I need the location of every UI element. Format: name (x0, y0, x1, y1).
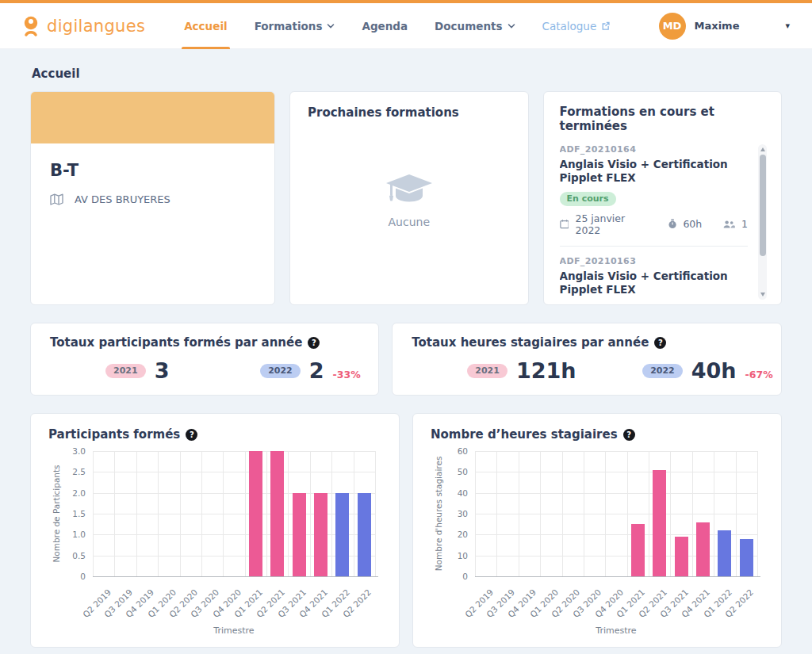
main-content: Accueil B-T AV DES BRUYERES Prochaines f… (0, 49, 812, 654)
gridline (475, 556, 757, 556)
stopwatch-icon (668, 219, 676, 229)
stat-card: Totaux heures stagiaires par année? 2021… (392, 323, 782, 396)
formations-card-title: Formations en cours et terminées (560, 105, 768, 133)
gridline (692, 451, 693, 576)
stat-delta: -33% (333, 369, 361, 381)
user-menu[interactable]: MD Maxime (659, 13, 740, 40)
bar-Q4-2021 (696, 522, 710, 576)
nav-item-formations[interactable]: Formations (241, 3, 349, 49)
stats-row: Totaux participants formés par année? 20… (30, 323, 782, 396)
y-axis-title: Nombre d'heures stagiaires (434, 457, 443, 572)
formation-hours: 60h (683, 218, 702, 230)
y-tick-label: 0 (431, 572, 468, 581)
avatar[interactable]: MD (659, 13, 686, 40)
gridline (245, 451, 246, 576)
stat-title: Totaux heures stagiaires par année (412, 335, 649, 350)
stat-title: Totaux participants formés par année (50, 335, 302, 350)
stat-value-2022: 40h (691, 360, 737, 381)
bar-Q3-2021 (675, 537, 688, 576)
formations-scrollbar[interactable] (758, 144, 767, 300)
digilangues-logo-icon (21, 15, 41, 36)
bar-Q1-2021 (249, 451, 262, 576)
participants-chart-card: Participants formés? 3.02.52.01.51.00.50… (30, 413, 400, 648)
y-axis-title: Nombre de Participants (52, 465, 61, 562)
help-icon[interactable]: ? (186, 429, 197, 441)
gridline (649, 451, 649, 576)
year-badge-2021: 2021 (105, 364, 146, 378)
hours-chart-card: Nombre d’heures stagiaires? 605040302010… (412, 413, 782, 648)
formation-title: Anglais Visio + Certification Pipplet FL… (560, 158, 749, 185)
upcoming-card-title: Prochaines formations (308, 105, 511, 120)
gridline (475, 451, 476, 576)
year-badge-2022: 2022 (642, 364, 683, 378)
scrollbar-thumb[interactable] (760, 155, 766, 256)
bar-Q4-2021 (314, 493, 327, 576)
list-divider (560, 246, 749, 247)
formation-ref: ADF_20210164 (560, 144, 749, 155)
brand-name: digilangues (47, 17, 145, 36)
gridline (354, 451, 354, 576)
chevron-down-icon (327, 22, 335, 30)
charts-row: Participants formés? 3.02.52.01.51.00.50… (30, 413, 782, 648)
formation-item[interactable]: ADF_20210164 Anglais Visio + Certificati… (560, 144, 749, 236)
gridline (180, 451, 181, 576)
bar-Q2-2021 (270, 451, 284, 576)
x-axis-title: Trimestre (475, 625, 757, 636)
scroll-down-icon[interactable] (760, 293, 765, 296)
help-icon[interactable]: ? (623, 429, 635, 441)
formation-date: 25 janvier 2022 (575, 212, 647, 236)
help-icon[interactable]: ? (654, 337, 666, 349)
gridline (475, 472, 757, 472)
stat-value-2021: 121h (516, 360, 576, 381)
year-badge-2021: 2021 (467, 364, 508, 378)
page-title: Accueil (32, 67, 782, 81)
nav-item-label: Formations (255, 20, 323, 33)
hours-chart-title: Nombre d’heures stagiaires (431, 427, 618, 442)
gridline (714, 451, 714, 576)
nav-item-agenda[interactable]: Agenda (348, 3, 421, 49)
gridline (562, 451, 563, 576)
gridline (136, 451, 137, 576)
x-axis-line (93, 576, 378, 577)
external-link-icon (601, 21, 610, 30)
nav-item-accueil[interactable]: Accueil (170, 3, 240, 49)
profile-banner (31, 92, 274, 143)
top-cards-row: B-T AV DES BRUYERES Prochaines formation… (30, 91, 782, 305)
scroll-up-icon[interactable] (760, 147, 765, 151)
nav-item-catalogue[interactable]: Catalogue (529, 3, 624, 49)
formation-item[interactable]: ADF_20210163 Anglais Visio + Certificati… (560, 256, 749, 300)
nav-item-documents[interactable]: Documents (421, 3, 528, 49)
bar-Q2-2022 (740, 539, 753, 576)
gridline (93, 514, 375, 514)
y-tick-label: 0 (48, 572, 86, 581)
formation-ref: ADF_20210163 (560, 256, 749, 266)
calendar-icon (560, 219, 569, 229)
main-nav: AccueilFormationsAgendaDocumentsCatalogu… (170, 3, 623, 49)
user-menu-caret-icon[interactable]: ▾ (785, 21, 790, 31)
help-icon[interactable]: ? (308, 337, 320, 349)
year-badge-2022: 2022 (260, 364, 301, 378)
active-tab-underline (182, 47, 229, 49)
brand-logo[interactable]: digilangues (21, 15, 145, 36)
bar-Q3-2021 (293, 493, 306, 576)
nav-item-label: Agenda (362, 20, 408, 33)
chevron-down-icon (508, 22, 515, 30)
participants-chart-title: Participants formés (48, 427, 180, 442)
bar-Q2-2022 (358, 493, 371, 576)
gridline (114, 451, 115, 576)
formations-card: Formations en cours et terminées ADF_202… (543, 91, 783, 305)
gridline (201, 451, 202, 576)
y-tick-label: 3.0 (48, 446, 86, 456)
company-address: AV DES BRUYERES (75, 193, 170, 205)
upcoming-formations-card: Prochaines formations Aucune (289, 91, 529, 305)
gridline (757, 451, 758, 576)
gridline (331, 451, 332, 576)
stat-value-2021: 3 (155, 360, 170, 381)
gridline (475, 534, 757, 535)
stat-delta: -67% (745, 369, 773, 381)
gridline (475, 514, 757, 514)
gridline (288, 451, 289, 576)
map-icon (50, 193, 63, 205)
gridline (310, 451, 311, 576)
gridline (540, 451, 541, 576)
